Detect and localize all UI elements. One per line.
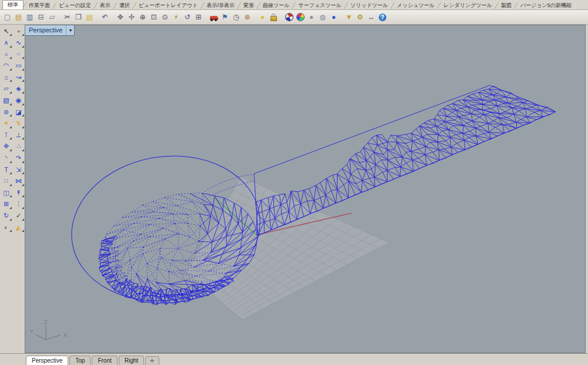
undo-view-icon[interactable]: ↺ (182, 12, 193, 23)
group-tab-1[interactable]: 作業平面 (25, 1, 54, 9)
shaded-sphere-icon[interactable]: ◐ (1, 222, 12, 233)
zoom-window-icon[interactable]: ⊡ (148, 12, 159, 23)
options-gear-icon[interactable]: ⚙ (355, 12, 366, 23)
group-tab-4[interactable]: 選択 (116, 1, 133, 9)
pan-icon[interactable]: ✥ (115, 12, 126, 23)
group-tab-12[interactable]: レンダリングツール (440, 1, 496, 9)
conic-curve-icon[interactable]: ↝ (13, 72, 24, 82)
open-file-icon[interactable]: ▤ (13, 12, 24, 23)
viewport-tab-perspective[interactable]: Perspective (26, 356, 68, 365)
render-icon (296, 13, 305, 21)
curve-boolean-icon-glyph: ❉ (4, 142, 9, 150)
ellipse-icon[interactable]: ○ (13, 49, 24, 59)
render-icon[interactable] (295, 12, 306, 23)
array-grid-icon[interactable]: ⊞ (1, 199, 12, 210)
shaded-mode-icon[interactable] (283, 12, 295, 23)
render-sphere-icon[interactable]: ● (306, 12, 317, 23)
zoom-icon[interactable]: ⊕ (137, 12, 148, 23)
wire-sphere-icon[interactable]: ◍ (317, 12, 328, 23)
arc-icon[interactable]: ◠ (1, 61, 12, 71)
lock-icon[interactable] (268, 12, 279, 23)
group-tab-10[interactable]: ソリッドツール (347, 1, 392, 9)
group-tab-7[interactable]: 変形 (240, 1, 258, 9)
perspective-viewport[interactable]: ZXY Perspective ▼ (25, 25, 586, 353)
group-tab-9[interactable]: サーフェスツール (295, 1, 345, 9)
group-tab-3[interactable]: 表示 (96, 1, 114, 9)
osnap-icon[interactable]: ⊛ (242, 12, 253, 23)
blue-sphere-icon[interactable]: ● (328, 12, 339, 23)
viewport-tab-top[interactable]: Top (69, 356, 91, 365)
sphere-icon[interactable]: ◉ (13, 95, 24, 106)
render-cone-icon[interactable]: ◭ (13, 222, 24, 233)
rectangle-icon[interactable]: ▭ (13, 61, 24, 71)
text-icon[interactable]: T (1, 164, 12, 175)
group-tab-2[interactable]: ビューの設定 (55, 1, 95, 9)
viewport-tab-front[interactable]: Front (92, 356, 117, 365)
group-tab-14[interactable]: バージョン5の新機能 (517, 1, 575, 9)
array-linear-icon[interactable]: ⋮ (13, 199, 24, 210)
viewport-tab-right[interactable]: Right (119, 356, 144, 365)
box-icon[interactable]: ▧ (1, 95, 12, 106)
zoom-extents-icon[interactable]: ⚡ (171, 12, 182, 23)
polygon-icon[interactable]: ⌂ (1, 72, 12, 82)
print-icon[interactable]: ⊟ (35, 12, 46, 23)
surface-patch-icon[interactable]: ◈ (13, 84, 24, 94)
array-icon[interactable]: ∷ (1, 176, 12, 187)
boolean-union-icon[interactable]: ◫ (1, 187, 12, 198)
viewport-title-box: Perspective ▼ (25, 25, 75, 36)
viewport-title[interactable]: Perspective (25, 25, 66, 35)
rotate-view-icon[interactable]: ✣ (126, 12, 137, 23)
split-icon[interactable]: ⊥ (13, 130, 24, 140)
surface-3pt-icon[interactable]: ▱ (1, 84, 12, 94)
undo-icon[interactable]: ↶ (99, 12, 111, 23)
zoom-selected-icon[interactable]: ⊙ (159, 12, 171, 23)
trim-flash-icon[interactable]: ↯ (13, 118, 24, 129)
trim-icon[interactable]: ⊺ (1, 130, 12, 140)
curve-boolean-icon[interactable]: ❉ (1, 141, 12, 152)
point-icon[interactable]: ∘ (13, 26, 24, 36)
group-tab-5[interactable]: ビューポートレイアウト (135, 1, 202, 9)
group-tab-0[interactable]: 標準 (2, 0, 24, 9)
distance-icon[interactable]: ⚑ (219, 12, 230, 23)
dimension-icon[interactable]: ↔ (366, 12, 377, 23)
display-mode-icon[interactable] (208, 12, 219, 23)
viewport-title-dropdown chevron-down-icon[interactable]: ▼ (66, 25, 74, 35)
drag-icon[interactable]: ⇲ (13, 164, 24, 175)
circle-icon-glyph: ○ (4, 51, 8, 58)
svg-text:Z: Z (44, 319, 48, 325)
extrude-icon[interactable]: ↟ (13, 187, 24, 198)
copy-icon[interactable]: ❐ (73, 12, 84, 23)
select-pointer-icon[interactable]: ↖ (1, 26, 12, 36)
group-tab-6[interactable]: 表示/非表示 (203, 1, 239, 9)
group-tab-11[interactable]: メッシュツール (393, 1, 438, 9)
box-icon-glyph: ▧ (3, 97, 9, 104)
mirror-icon[interactable]: ⋈ (13, 176, 24, 187)
lightbulb-icon[interactable]: ● (257, 12, 268, 23)
cut-icon[interactable]: ✂ (62, 12, 73, 23)
circle-icon[interactable]: ○ (1, 49, 12, 59)
export-icon[interactable]: ▱ (46, 12, 58, 23)
notify-cone-icon[interactable]: ▼ (343, 12, 355, 23)
surface-blend-icon[interactable]: ◪ (13, 107, 24, 117)
group-tab-8[interactable]: 曲線ツール (259, 1, 293, 9)
fillet-icon-glyph: ◝ (5, 154, 7, 162)
circle-center-icon[interactable]: ◷ (230, 12, 242, 23)
point-cloud-icon[interactable]: ∴ (13, 141, 24, 152)
new-file-icon[interactable]: ▢ (2, 12, 13, 23)
main-area: ↖∘∧∿○○◠▭⌂↝▱◈▧◉⊚◪✶↯⊺⊥❉∴◝↷T⇲∷⋈◫↟⊞⋮↻✓◐◭ ZXY… (0, 25, 588, 353)
curve-icon[interactable]: ∿ (13, 38, 24, 48)
blend-curve-icon[interactable]: ↷ (13, 153, 24, 164)
save-file-icon[interactable]: ▥ (24, 12, 35, 23)
viewport-layout-icon[interactable]: ⊞ (193, 12, 204, 23)
explode-icon[interactable]: ✶ (1, 118, 12, 129)
group-tab-13[interactable]: 製図 (497, 1, 515, 9)
new-viewport-tab-button[interactable]: ✛ (145, 356, 159, 365)
viewport-canvas[interactable]: ZXY (25, 25, 585, 353)
check-icon[interactable]: ✓ (13, 211, 24, 221)
fillet-icon[interactable]: ◝ (1, 153, 12, 164)
paste-icon[interactable]: ▤ (84, 12, 95, 23)
torus-icon[interactable]: ⊚ (1, 107, 12, 117)
orient-icon[interactable]: ↻ (1, 211, 12, 221)
polyline-icon[interactable]: ∧ (1, 38, 12, 48)
help-icon[interactable]: ? (377, 12, 388, 23)
